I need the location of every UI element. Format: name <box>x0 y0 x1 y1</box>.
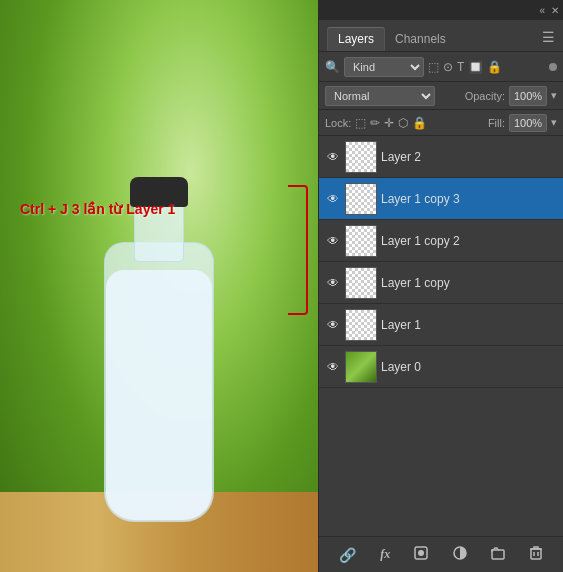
layer-thumb-layer1copy3 <box>345 183 377 215</box>
lock-label: Lock: <box>325 117 351 129</box>
layer-name-layer2: Layer 2 <box>381 150 557 164</box>
fill-label: Fill: <box>488 117 505 129</box>
annotation-text: Ctrl + J 3 lần từ Layer 1 <box>20 200 175 220</box>
lock-artboard-icon[interactable]: ⬡ <box>398 116 408 130</box>
layer-visibility-layer0[interactable]: 👁 <box>325 359 341 375</box>
filter-shape-icon[interactable]: 🔲 <box>468 60 483 74</box>
layers-panel: « ✕ Layers Channels ☰ 🔍 Kind ⬚ ⊙ T 🔲 🔒 N… <box>318 0 563 572</box>
tab-layers[interactable]: Layers <box>327 27 385 51</box>
layer-name-layer1copy2: Layer 1 copy 2 <box>381 234 557 248</box>
panel-topbar: « ✕ <box>319 0 563 20</box>
layers-list: 👁 Layer 2 👁 Layer 1 copy 3 👁 Layer 1 cop… <box>319 136 563 536</box>
layer-name-layer1copy: Layer 1 copy <box>381 276 557 290</box>
layer-visibility-layer1copy[interactable]: 👁 <box>325 275 341 291</box>
opacity-input[interactable]: 100% <box>509 86 547 106</box>
svg-rect-4 <box>531 549 541 559</box>
svg-point-1 <box>418 550 424 556</box>
bottle <box>99 182 219 522</box>
layer-name-layer0: Layer 0 <box>381 360 557 374</box>
panel-tabs: Layers Channels ☰ <box>319 20 563 52</box>
filter-type-icon[interactable]: T <box>457 60 464 74</box>
layer-visibility-layer1copy3[interactable]: 👁 <box>325 191 341 207</box>
filter-adjust-icon[interactable]: ⊙ <box>443 60 453 74</box>
lock-move-icon[interactable]: ✛ <box>384 116 394 130</box>
layer-item-layer1copy3[interactable]: 👁 Layer 1 copy 3 <box>319 178 563 220</box>
layer-thumb-layer1copy2 <box>345 225 377 257</box>
opacity-label: Opacity: <box>465 90 505 102</box>
panel-close-btn[interactable]: ✕ <box>551 5 559 16</box>
layer-item-layer2[interactable]: 👁 Layer 2 <box>319 136 563 178</box>
tab-channels[interactable]: Channels <box>385 28 456 51</box>
layer-thumb-layer0 <box>345 351 377 383</box>
layer-item-layer1copy[interactable]: 👁 Layer 1 copy <box>319 262 563 304</box>
delete-layer-btn[interactable] <box>523 542 549 567</box>
add-mask-btn[interactable] <box>408 542 434 567</box>
layer-thumb-layer1 <box>345 309 377 341</box>
layer-visibility-layer1copy2[interactable]: 👁 <box>325 233 341 249</box>
filter-row: 🔍 Kind ⬚ ⊙ T 🔲 🔒 <box>319 52 563 82</box>
opacity-chevron[interactable]: ▾ <box>551 89 557 102</box>
filter-pixel-icon[interactable]: ⬚ <box>428 60 439 74</box>
adjustment-layer-btn[interactable] <box>447 542 473 567</box>
filter-kind-select[interactable]: Kind <box>344 57 424 77</box>
layer-thumb-layer2 <box>345 141 377 173</box>
canvas-area: Ctrl + J 3 lần từ Layer 1 <box>0 0 318 572</box>
fx-btn[interactable]: fx <box>374 543 396 566</box>
bottle-body <box>104 242 214 522</box>
fill-chevron[interactable]: ▾ <box>551 116 557 129</box>
new-group-btn[interactable] <box>485 542 511 567</box>
search-icon: 🔍 <box>325 60 340 74</box>
bottle-container <box>79 142 239 522</box>
fill-input[interactable] <box>509 114 547 132</box>
blend-row: Normal Opacity: 100% ▾ <box>319 82 563 110</box>
lock-draw-icon[interactable]: ✏ <box>370 116 380 130</box>
panel-bottom-toolbar: 🔗 fx <box>319 536 563 572</box>
bracket-indicator <box>288 185 308 315</box>
filter-dot[interactable] <box>549 63 557 71</box>
layer-name-layer1copy3: Layer 1 copy 3 <box>381 192 557 206</box>
panel-menu-icon[interactable]: ☰ <box>542 29 555 51</box>
panel-collapse-btn[interactable]: « <box>539 5 545 16</box>
layer-name-layer1: Layer 1 <box>381 318 557 332</box>
layer-thumb-layer1copy <box>345 267 377 299</box>
svg-rect-3 <box>492 550 504 559</box>
layer-item-layer1[interactable]: 👁 Layer 1 <box>319 304 563 346</box>
layer-visibility-layer1[interactable]: 👁 <box>325 317 341 333</box>
layer-visibility-layer2[interactable]: 👁 <box>325 149 341 165</box>
layer-item-layer0[interactable]: 👁 Layer 0 <box>319 346 563 388</box>
layer-item-layer1copy2[interactable]: 👁 Layer 1 copy 2 <box>319 220 563 262</box>
lock-all-icon[interactable]: 🔒 <box>412 116 427 130</box>
blend-mode-select[interactable]: Normal <box>325 86 435 106</box>
link-layers-btn[interactable]: 🔗 <box>333 543 362 567</box>
lock-row: Lock: ⬚ ✏ ✛ ⬡ 🔒 Fill: ▾ <box>319 110 563 136</box>
lock-checkerboard-icon[interactable]: ⬚ <box>355 116 366 130</box>
filter-smart-icon[interactable]: 🔒 <box>487 60 502 74</box>
